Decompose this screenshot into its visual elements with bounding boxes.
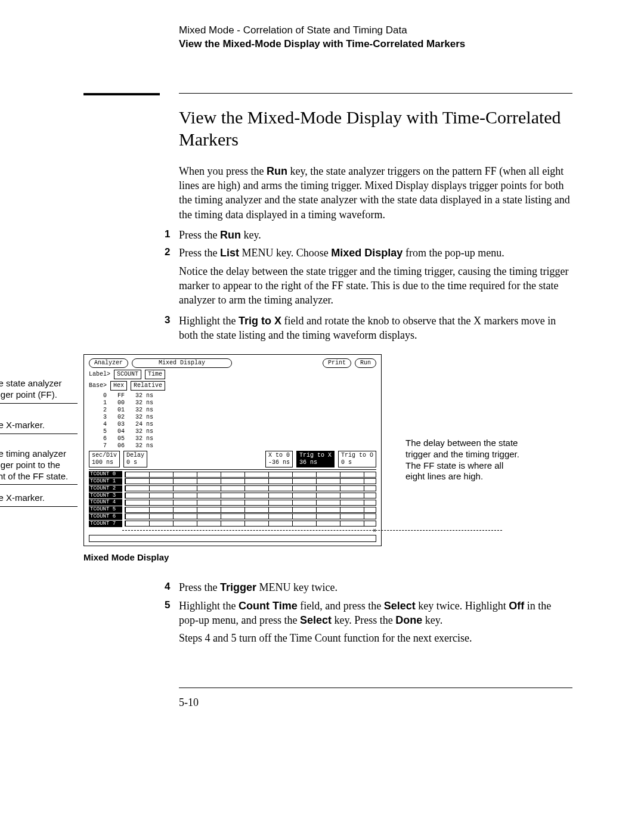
callout-x-marker-2: The X-marker. [0,493,78,507]
waveform [125,507,376,513]
done-key: Done [395,614,422,626]
listing-row: 5 04 32 ns [103,428,376,435]
listing-row: 7 06 32 ns [103,442,376,450]
t: Highlight the [179,315,239,327]
waveform [125,513,376,519]
header-line-1: Mixed Mode - Correlation of State and Ti… [179,24,572,38]
t: from the pop-up menu. [402,247,504,259]
x-marker-line [122,530,502,531]
trig-to-x-box[interactable]: Trig to X36 ns [296,451,335,467]
x-marker-label: x [373,528,376,534]
intro-a: When you press the [179,165,267,177]
listing-row: 2 01 32 ns [103,407,376,414]
step-number: 5 [165,599,170,612]
listing-row: 1 00 32 ns [103,400,376,407]
t: Press the [179,247,220,259]
t: Press the [179,229,220,241]
step-3: 3 Highlight the Trig to X field and rota… [179,314,572,343]
step-2: 2 Press the List MENU key. Choose Mixed … [179,246,572,307]
wave-label: TCOUNT 4 [89,499,122,506]
intro-paragraph: When you press the Run key, the state an… [179,164,572,222]
step-number: 4 [165,580,170,594]
wave-label: TCOUNT 7 [89,521,122,527]
scroll-area [89,535,376,542]
footer-rule [179,688,572,688]
callout-delay: The delay between the state trigger and … [405,438,525,482]
callout-text: The state analyzer trigger point (FF). [0,378,61,400]
waveform [125,485,376,491]
base-label: Base> [89,382,107,389]
count-time-label: Count Time [239,600,298,612]
listing-row: 0 FF 32 ns [103,392,376,400]
trigger-key: Trigger [220,581,256,593]
mixed-mode-figure: The state analyzer trigger point (FF). T… [0,354,477,562]
hex-box[interactable]: Hex [110,381,127,391]
select-key-2: Select [300,614,332,626]
listing-row: 4 03 24 ns [103,421,376,428]
t: key. Press the [332,614,395,626]
callout-x-marker-1: The X-marker. [0,420,78,434]
figure-caption: Mixed Mode Display [83,552,477,562]
callout-text: The delay between the state trigger and … [405,438,519,481]
step-number: 3 [165,314,170,327]
step-5-note: Steps 4 and 5 turn off the Time Count fu… [179,631,572,645]
section-title: View the Mixed-Mode Display with Time-Co… [179,106,572,151]
listing-row: 6 05 32 ns [103,435,376,442]
relative-box[interactable]: Relative [131,381,165,391]
secdiv-box[interactable]: sec/Div100 ns [89,451,120,467]
run-key: Run [220,229,241,241]
wave-label: TCOUNT 1 [89,478,122,485]
callout-text: The timing analyzer trigger point to the… [0,448,68,481]
callout-timing-trigger: The timing analyzer trigger point to the… [0,448,78,485]
select-key: Select [384,600,416,612]
mixed-display-label: Mixed Display [331,247,402,259]
listing-row: 3 02 32 ns [103,414,376,421]
t: Press the [179,581,220,593]
wave-label: TCOUNT 2 [89,485,122,492]
callout-state-trigger: The state analyzer trigger point (FF). [0,378,78,404]
run-button[interactable]: Run [355,358,376,368]
t: key. [241,229,261,241]
step-1: 1 Press the Run key. [179,228,572,242]
x-to-o-box[interactable]: X to 0-36 ns [265,451,293,467]
callout-text: The X-marker. [0,493,45,503]
list-key: List [220,247,239,259]
label-label: Label> [89,371,110,378]
delay-box[interactable]: Delay0 s [123,451,147,467]
wave-label: TCOUNT 3 [89,493,122,499]
step-2-note: Notice the delay between the state trigg… [179,264,572,308]
waveform-area: TCOUNT 0 TCOUNT 1 TCOUNT 2 TCOUNT 3 TCOU… [89,469,376,542]
step-4: 4 Press the Trigger MENU key twice. [179,580,572,594]
t: MENU key. Choose [239,247,331,259]
state-listing: 0 FF 32 ns 1 00 32 ns 2 01 32 ns 3 02 32… [103,392,376,450]
t: Highlight the [179,600,239,612]
page-number: 5-10 [179,696,572,709]
t: key. [422,614,442,626]
mixed-display-button[interactable]: Mixed Display [132,358,232,368]
wave-label: TCOUNT 5 [89,506,122,513]
waveform [125,472,376,478]
trig-to-o-box[interactable]: Trig to O0 s [338,451,376,467]
step-5: 5 Highlight the Count Time field, and pr… [179,599,572,646]
waveform [125,500,376,506]
callout-text: The X-marker. [0,420,45,430]
analyzer-button[interactable]: Analyzer [89,358,128,368]
t: key twice. Highlight [416,600,509,612]
off-label: Off [509,600,524,612]
wave-label: TCOUNT 0 [89,471,122,478]
step-number: 1 [165,228,170,241]
time-box[interactable]: Time [145,370,165,379]
trig-to-x-label: Trig to X [239,315,281,327]
t: field, and press the [298,600,384,612]
step-number: 2 [165,246,170,259]
scount-box[interactable]: SCOUNT [114,370,141,379]
run-key-label: Run [267,165,287,177]
waveform [125,478,376,484]
header-line-2: View the Mixed-Mode Display with Time-Co… [179,38,572,51]
t: MENU key twice. [256,581,338,593]
page-header: Mixed Mode - Correlation of State and Ti… [179,24,572,51]
section-rule [83,93,572,95]
waveform [125,493,376,498]
wave-label: TCOUNT 6 [89,513,122,520]
print-button[interactable]: Print [323,358,351,368]
